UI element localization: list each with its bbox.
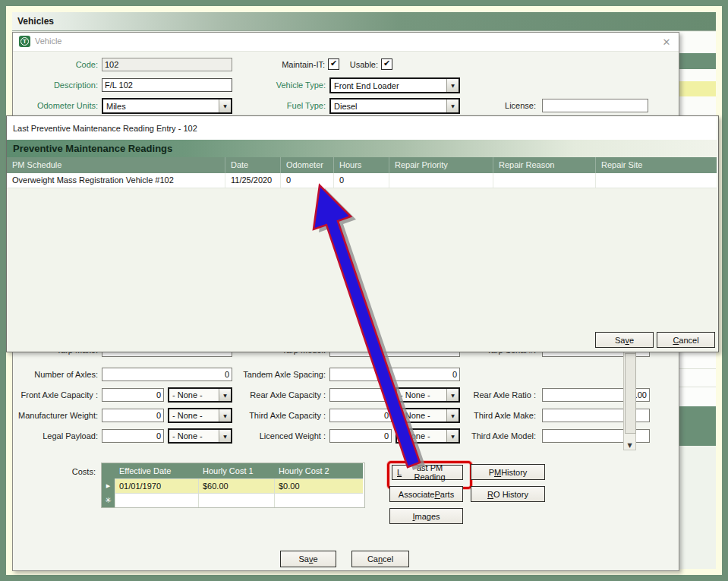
description-field[interactable]: F/L 102 [102,78,232,92]
col-repair-priority: Repair Priority [389,157,493,173]
costs-cell-empty[interactable] [115,493,198,507]
maintain-it-logo-icon: T [19,36,30,47]
chevron-down-icon[interactable]: ▼ [219,409,231,422]
costs-cell-empty[interactable] [274,493,363,507]
cell-repair-reason[interactable] [493,173,596,188]
tandem-axle-spacing-label: Tandem Axle Spacing: [218,370,326,379]
manufacturer-weight-label: Manufacturer Weight: [16,411,98,420]
cell-hours[interactable]: 0 [334,173,389,188]
rear-axle-capacity-field[interactable]: 0 [329,388,392,402]
none-value: - None - [172,431,203,440]
col-pm-schedule: PM Schedule [7,157,225,173]
third-axle-capacity-label: Third Axle Capacity : [233,411,326,420]
costs-label: Costs: [46,467,96,476]
license-field[interactable] [542,99,648,112]
description-label: Description: [16,81,98,90]
costs-row-selected[interactable]: ▶ 01/01/1970 $60.00 $0.00 [102,478,364,493]
rear-axle-ratio-label: Rear Axle Ratio : [446,390,536,399]
rear-axle-capacity-label: Rear Axle Capacity : [233,390,326,399]
third-axle-make-label: Third Axle Make: [446,411,536,420]
cell-date[interactable]: 11/25/2020 [225,173,281,188]
backdrop-grid-line [678,387,716,387]
backdrop-grid-green-row [678,53,716,69]
pm-table-header: PM Schedule Date Odometer Hours Repair P… [7,157,717,173]
none-value: - None - [172,411,203,420]
costs-cell-cost2[interactable]: $0.00 [274,478,363,493]
backdrop-grid-yellow-row [678,81,716,96]
odometer-units-label: Odometer Units: [16,101,98,110]
costs-header-row: Effective Date Hourly Cost 1 Hourly Cost… [102,463,364,478]
associate-parts-button[interactable]: Associate Parts [389,486,463,502]
legal-payload-field[interactable]: 0 [102,429,164,443]
legal-payload-dropdown[interactable]: - None - ▼ [168,428,232,444]
front-axle-capacity-field[interactable]: 0 [102,388,164,402]
chevron-down-icon[interactable]: ▼ [446,79,459,92]
costs-cell-empty[interactable] [198,493,274,507]
front-axle-capacity-dropdown[interactable]: - None - ▼ [168,387,232,403]
licenced-weight-field[interactable]: 0 [329,429,392,443]
check-icon: ✔ [383,58,390,68]
row-selector-header [102,463,115,478]
manufacturer-weight-field[interactable]: 0 [102,409,164,422]
code-field[interactable]: 102 [102,58,232,71]
third-axle-capacity-field[interactable]: 0 [329,409,392,422]
costs-row-new[interactable]: ✳ [102,493,364,507]
maintain-it-label: Maintain-IT: [241,60,325,69]
scroll-down-icon[interactable]: ▼ [624,442,635,449]
cell-repair-priority[interactable] [389,173,493,188]
costs-cell-cost1[interactable]: $60.00 [198,478,274,493]
chevron-down-icon[interactable]: ▼ [219,99,231,112]
chevron-down-icon[interactable]: ▼ [446,99,459,112]
pm-section-title: Preventive Maintenance Readings [7,143,172,154]
col-date: Date [225,157,281,173]
pm-history-button[interactable]: PM History [471,464,545,480]
vehicles-window-titlebar: Vehicles [12,12,716,31]
scrollbar-thumb[interactable] [625,353,636,434]
tandem-axle-spacing-field[interactable]: 0 [329,368,460,381]
selected-row-arrow-icon[interactable]: ▶ [102,478,115,493]
last-pm-reading-button[interactable]: Last PM Reading [392,465,463,480]
col-hours: Hours [334,157,389,173]
vehicle-cancel-button[interactable]: Cancel [351,551,409,567]
backdrop-grid-lower [678,351,716,406]
costs-col-hourly-cost-2: Hourly Cost 2 [274,463,363,478]
vehicle-save-button[interactable]: Save [280,551,336,567]
backdrop-grid-line [678,368,716,369]
chevron-down-icon[interactable]: ▼ [219,430,231,442]
new-row-icon[interactable]: ✳ [102,493,115,507]
number-of-axles-field[interactable]: 0 [102,368,232,381]
ro-history-button[interactable]: RO History [471,486,545,502]
pm-table-row[interactable]: Overweight Mass Registration Vehicle #10… [7,173,717,188]
backdrop-grid-green-block [678,406,716,446]
manufacturer-weight-dropdown[interactable]: - None - ▼ [168,408,232,423]
cell-repair-site[interactable] [596,173,717,188]
none-value: - None - [172,390,203,399]
costs-cell-date[interactable]: 01/01/1970 [115,478,198,493]
vehicle-type-value: Front End Loader [334,81,399,90]
cell-odometer[interactable]: 0 [281,173,334,188]
none-value: - None - [400,431,430,440]
close-icon[interactable]: ✕ [660,35,673,49]
vehicle-type-label: Vehicle Type: [248,81,326,90]
fuel-type-dropdown[interactable]: Diesel ▼ [329,98,460,114]
usable-checkbox[interactable]: ✔ [381,58,392,70]
number-of-axles-label: Number of Axles: [16,370,98,379]
code-label: Code: [16,60,98,69]
costs-table: Effective Date Hourly Cost 1 Hourly Cost… [101,463,365,508]
front-axle-capacity-label: Front Axle Capacity : [16,390,98,399]
usable-label: Usable: [332,60,378,69]
pm-save-button[interactable]: Save [595,332,654,348]
fuel-type-value: Diesel [334,102,358,111]
specs-scrollbar[interactable]: ▼ [623,352,636,450]
chevron-down-icon[interactable]: ▼ [219,389,231,401]
odometer-units-dropdown[interactable]: Miles ▼ [102,98,232,114]
backdrop-grid [678,32,716,116]
col-repair-site: Repair Site [596,157,717,173]
fuel-type-label: Fuel Type: [248,101,326,110]
cell-pm-schedule[interactable]: Overweight Mass Registration Vehicle #10… [7,173,225,188]
images-button[interactable]: Images [389,508,463,524]
pm-cancel-button[interactable]: Cancel [657,332,715,348]
odometer-units-value: Miles [106,102,126,111]
none-value: - None - [400,390,430,399]
vehicle-type-dropdown[interactable]: Front End Loader ▼ [329,77,460,93]
